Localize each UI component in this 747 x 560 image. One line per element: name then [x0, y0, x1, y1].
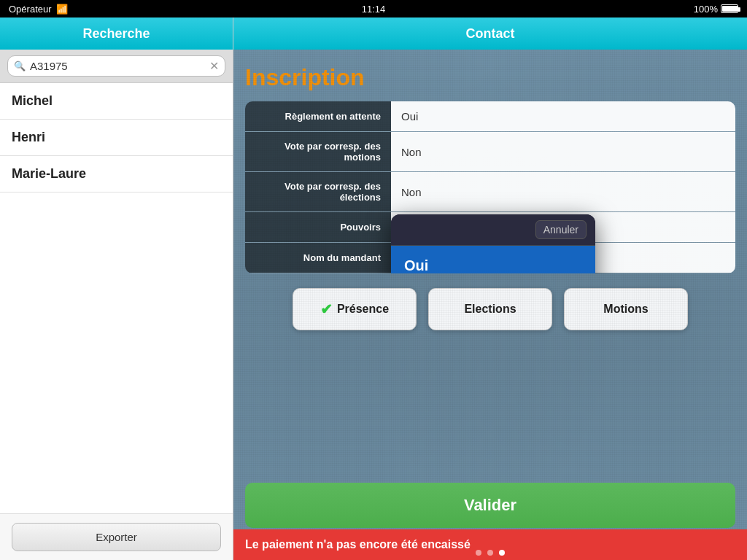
form-row-elections: Vote par corresp. des élections Non	[245, 172, 735, 212]
battery-percent: 100%	[694, 4, 718, 15]
dropdown-option-oui[interactable]: Oui	[391, 246, 595, 273]
left-footer: Exporter	[0, 513, 233, 560]
contact-list: Michel Henri Marie-Laure	[0, 83, 233, 513]
checkmark-icon: ✔	[320, 300, 333, 318]
form-row-reglement: Règlement en attente Oui	[245, 101, 735, 132]
right-panel: Contact Inscription Règlement en attente…	[233, 18, 747, 560]
operator-label: Opérateur	[9, 4, 52, 15]
left-panel-title: Recherche	[82, 26, 150, 42]
inscription-form: Règlement en attente Oui Vote par corres…	[245, 101, 735, 273]
elections-button[interactable]: Elections	[428, 288, 552, 330]
presence-button[interactable]: ✔ Présence	[293, 288, 417, 330]
pagination-dot-2	[487, 550, 493, 556]
list-item[interactable]: Marie-Laure	[0, 156, 233, 192]
list-item[interactable]: Michel	[0, 83, 233, 120]
right-content: Inscription Règlement en attente Oui Vot…	[233, 50, 747, 560]
right-panel-header: Contact	[233, 18, 747, 50]
search-icon: 🔍	[14, 61, 26, 71]
status-bar: Opérateur 📶 11:14 100%	[0, 0, 747, 18]
wifi-icon: 📶	[56, 4, 68, 15]
form-label-reglement: Règlement en attente	[245, 101, 391, 131]
form-value-elections[interactable]: Non	[391, 172, 735, 211]
dropdown-cancel-button[interactable]: Annuler	[535, 220, 587, 239]
export-button[interactable]: Exporter	[12, 523, 221, 551]
form-value-reglement[interactable]: Oui	[391, 101, 735, 131]
pagination-dots	[476, 550, 505, 556]
motions-button[interactable]: Motions	[564, 288, 688, 330]
form-label-motions: Vote par corresp. des motions	[245, 132, 391, 171]
form-row-motions: Vote par corresp. des motions Non	[245, 132, 735, 172]
form-label-mandant: Nom du mandant	[245, 243, 391, 273]
validate-section: Valider	[245, 483, 735, 528]
action-buttons: ✔ Présence Elections Motions	[245, 288, 735, 330]
list-item[interactable]: Henri	[0, 120, 233, 156]
search-input[interactable]	[30, 60, 209, 72]
pagination-dot-3	[499, 550, 505, 556]
right-panel-title: Contact	[466, 26, 515, 42]
battery-icon	[721, 4, 738, 13]
validate-button[interactable]: Valider	[245, 483, 735, 528]
form-label-elections: Vote par corresp. des élections	[245, 172, 391, 211]
dropdown-popup: Annuler Oui Non	[391, 214, 595, 273]
dropdown-header: Annuler	[391, 214, 595, 246]
app-container: Recherche 🔍 ✕ Michel Henri Marie-Laure E…	[0, 18, 747, 560]
pagination-dot-1	[476, 550, 481, 556]
form-label-pouvoirs: Pouvoirs	[245, 212, 391, 242]
clock: 11:14	[362, 4, 386, 15]
left-panel: Recherche 🔍 ✕ Michel Henri Marie-Laure E…	[0, 18, 233, 560]
left-panel-header: Recherche	[0, 18, 233, 50]
inscription-title: Inscription	[245, 64, 365, 91]
clear-search-icon[interactable]: ✕	[209, 59, 219, 73]
search-box: 🔍 ✕	[0, 50, 233, 83]
form-value-motions[interactable]: Non	[391, 132, 735, 171]
